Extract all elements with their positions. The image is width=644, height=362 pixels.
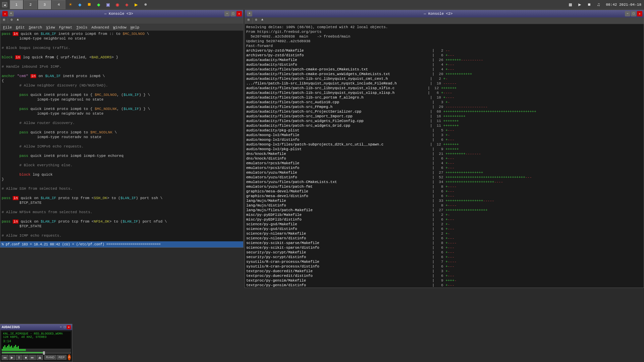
konsole-2-tb-new[interactable]: ⊞: [246, 18, 252, 24]
audacious-bitrate: 128 KBPS, 48 KHZ, STEREO: [3, 336, 69, 339]
konsole-3-toolbar: ⊞ ⚙ ▲: [0, 17, 243, 24]
audacious-volume-slider[interactable]: [2, 352, 71, 354]
audacious-close-btn[interactable]: ✕: [67, 325, 71, 329]
tray-media2-icon[interactable]: ▩: [566, 0, 575, 9]
konsole-2-minimize-btn[interactable]: −: [625, 11, 630, 16]
menu-format[interactable]: Format: [57, 24, 74, 31]
konsole-2-tb-settings[interactable]: ⚙: [253, 18, 259, 24]
konsole-2-maximize-btn[interactable]: □: [631, 11, 636, 16]
konsole-2-title: — Konsole <2>: [252, 12, 624, 16]
audacious-open-btn[interactable]: ⏏: [37, 355, 43, 360]
audacious-next-btn[interactable]: ⏭: [29, 355, 36, 360]
konsole-3-maximize-btn[interactable]: □: [230, 11, 236, 16]
tray-game2-icon[interactable]: ◈: [122, 0, 131, 9]
taskbar: ◀ 1 2 3 4 ☀ ◆ ■ ◆ ▣ ◉ ◈ ▶ ● ▩ ▶ ■ ♫ 08:4…: [0, 0, 644, 9]
audacious-maximize-btn[interactable]: □: [63, 325, 67, 329]
tray-other-icon[interactable]: ●: [141, 0, 150, 9]
konsole-2-tb-scroll[interactable]: ▲: [259, 18, 265, 24]
menu-view[interactable]: View: [44, 24, 57, 31]
konsole-2-close-btn[interactable]: ✕: [637, 11, 642, 16]
tray-firefox-icon[interactable]: ☀: [66, 0, 75, 9]
menu-search[interactable]: Search: [27, 24, 44, 31]
konsole-2-titlebar[interactable]: + — Konsole <2> − □ ✕: [245, 10, 644, 17]
audacious-display: KNL_IE_MIMOQUE - RED_BLOODED_WOMA 128 KB…: [2, 331, 71, 348]
audacious-volume-fill: [2, 352, 43, 353]
konsole-3-close-x-btn[interactable]: ✕: [236, 11, 242, 16]
audacious-rand-btn[interactable]: RAND: [44, 355, 56, 360]
menu-help[interactable]: Help: [128, 24, 141, 31]
audacious-minimize-btn[interactable]: −: [59, 325, 63, 329]
audacious-waveform: [3, 345, 69, 349]
audacious-time: 3:14: [3, 340, 11, 343]
menu-file[interactable]: File: [1, 24, 14, 31]
system-clock: 08:42 2021-04-18: [603, 3, 644, 7]
menu-edit[interactable]: Edit: [14, 24, 26, 31]
konsole-3-status-text: % pf.conf 183 = 18.4.21 08:42 (cU) = (/e…: [2, 243, 161, 246]
tray-steam-icon[interactable]: ▣: [103, 0, 113, 9]
menu-tools[interactable]: Tools: [74, 24, 90, 31]
taskbar-btn-2[interactable]: 2: [24, 0, 37, 9]
audacious-progress-fill: [2, 349, 26, 351]
audacious-titlebar[interactable]: AUDACIOUS − □ ✕: [0, 324, 72, 330]
konsole-3-tb-scroll[interactable]: ▲: [15, 18, 21, 24]
taskbar-btn-3[interactable]: 3: [38, 0, 51, 9]
tray-app1-icon[interactable]: ◆: [94, 0, 103, 9]
konsole-2-new-tab-btn[interactable]: +: [247, 11, 252, 16]
konsole-3-content[interactable]: pass in quick on $LAN_IF inet6 proto icm…: [0, 31, 243, 241]
konsole-3-new-tab-btn[interactable]: +: [8, 11, 14, 16]
konsole-2-tb-sep1: [252, 18, 253, 23]
konsole-3-minimize-btn[interactable]: −: [224, 11, 230, 16]
audacious-logo: A: [68, 354, 71, 360]
taskbar-btn-4[interactable]: 4: [52, 0, 65, 9]
audacious-progress-bar[interactable]: [2, 349, 71, 351]
audacious-body: KNL_IE_MIMOQUE - RED_BLOODED_WOMA 128 KB…: [0, 330, 72, 362]
tray-files-icon[interactable]: ■: [85, 0, 94, 9]
tray-stop-icon[interactable]: ■: [584, 0, 594, 9]
konsole-2-toolbar: ⊞ ⚙ ▲: [245, 17, 644, 24]
tray-game1-icon[interactable]: ◉: [113, 0, 122, 9]
tray-play-icon[interactable]: ▶: [575, 0, 584, 9]
audacious-prev-btn[interactable]: ⏮: [2, 355, 8, 360]
audacious-rep-btn[interactable]: REP: [57, 355, 67, 360]
konsole-3-titlebar[interactable]: ✕ + — Konsole <3> − □ ✕: [0, 10, 243, 17]
konsole-3-tb-settings[interactable]: ⚙: [9, 18, 15, 24]
konsole-2-content[interactable]: Resolving deltas: 100% (66/66), complete…: [245, 24, 644, 288]
audacious-pause-btn[interactable]: ⏸: [16, 355, 22, 360]
audacious-stop-btn[interactable]: ■: [23, 355, 29, 360]
audacious-title-label: AUDACIOUS: [2, 325, 20, 329]
konsole-3-title: — Konsole <3>: [14, 12, 224, 16]
tray-media-icon[interactable]: ▶: [131, 0, 141, 9]
konsole-3-statusbar: % pf.conf 183 = 18.4.21 08:42 (cU) = (/e…: [0, 241, 243, 247]
konsole-3-menubar: File Edit Search View Format Tools Advan…: [0, 24, 243, 31]
konsole-3-tb-sep1: [8, 18, 8, 23]
audacious-window: AUDACIOUS − □ ✕ KNL_IE_MIMOQUE - RED_BLO…: [0, 324, 72, 362]
audacious-play-btn[interactable]: ▶: [9, 355, 15, 360]
konsole-3-close-btn[interactable]: ✕: [2, 11, 8, 16]
audacious-controls: ⏮ ▶ ⏸ ■ ⏭ ⏏ RAND REP A: [2, 354, 71, 360]
konsole-3-tb-new[interactable]: ⊞: [1, 18, 7, 24]
konsole-2-window: + — Konsole <2> − □ ✕ ⊞ ⚙ ▲ Resolving de…: [245, 10, 644, 288]
konsole-3-window: ✕ + — Konsole <3> − □ ✕ ⊞ ⚙ ▲ File Edit …: [0, 10, 244, 248]
menu-window[interactable]: Window: [111, 24, 128, 31]
taskbar-icon-prev[interactable]: ◀: [0, 0, 9, 9]
svg-text:◀: ◀: [4, 4, 6, 7]
audacious-volume-handle[interactable]: [43, 351, 45, 355]
audacious-track-name: KNL_IE_MIMOQUE - RED_BLOODED_WOMA: [3, 332, 69, 336]
menu-advanced[interactable]: Advanced: [90, 24, 111, 31]
tray-vol-icon[interactable]: ♫: [594, 0, 603, 9]
tray-konqueror-icon[interactable]: ◆: [75, 0, 85, 9]
taskbar-btn-1[interactable]: 1: [10, 0, 23, 9]
